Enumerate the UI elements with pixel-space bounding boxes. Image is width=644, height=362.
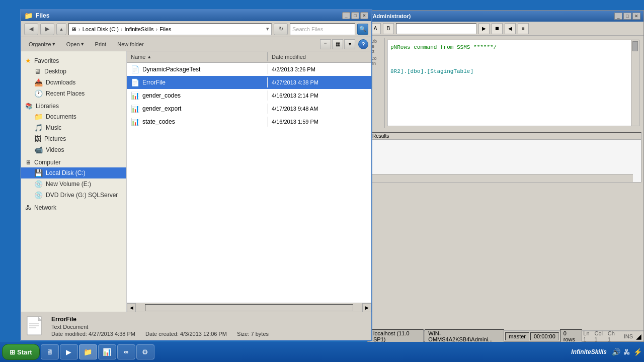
favorites-group[interactable]: ★ Favorites	[21, 55, 126, 66]
view-list-btn[interactable]: ≡	[320, 39, 331, 49]
taskbar-btn-media[interactable]: ▶	[60, 344, 78, 359]
scroll-track[interactable]	[145, 304, 353, 311]
dvd-label: DVD Drive (G:) SQLServer	[46, 192, 118, 199]
ssms-status-time: 00:00:00	[530, 332, 559, 340]
ssms-close-btn[interactable]: ✕	[632, 13, 640, 20]
address-bar[interactable]: 🖥 › Local Disk (C:) › InfiniteSkills › F…	[68, 23, 272, 35]
sidebar-item-recent[interactable]: 🕐 Recent Places	[21, 88, 126, 99]
refresh-btn[interactable]: ↻	[274, 23, 288, 35]
ssms-toolbar-btn-3[interactable]: ▶	[478, 23, 490, 34]
scroll-left-btn[interactable]: ◀	[127, 303, 136, 312]
col-name-sort-icon: ▲	[147, 54, 151, 59]
ssms-statusbar-col: Col 1	[595, 330, 607, 342]
view-dropdown-btn[interactable]: ▾	[344, 39, 355, 49]
sidebar-item-desktop[interactable]: 🖥 Desktop	[21, 66, 126, 77]
ssms-title: (Administrator)	[371, 13, 411, 19]
horizontal-scrollbar[interactable]: ◀ ▶	[127, 303, 371, 312]
sidebar-item-local-disk[interactable]: 💾 Local Disk (C:)	[21, 167, 126, 178]
files-title-icon: 📁	[24, 12, 33, 20]
sidebar-item-downloads[interactable]: 📥 Downloads	[21, 77, 126, 88]
desktop-label: Desktop	[44, 68, 66, 75]
network-group[interactable]: 🖧 Network	[21, 203, 126, 213]
file-cell-name: 📊 gender_codes	[127, 90, 268, 101]
ssms-status-db: master	[505, 332, 529, 340]
taskbar-btn-tools[interactable]: ⚙	[136, 344, 154, 359]
ssms-results-tab[interactable]: Results	[370, 133, 641, 140]
scroll-right-btn[interactable]: ▶	[362, 303, 371, 312]
desktop-icon: 🖥	[34, 67, 41, 75]
libraries-icon: 📚	[25, 103, 33, 110]
search-submit-btn[interactable]: 🔍	[357, 24, 368, 35]
taskbar-btn-computer[interactable]: 🖥	[41, 344, 59, 359]
start-button[interactable]: ⊞ Start	[2, 344, 40, 360]
ssms-sidebar-conn[interactable]: Conn	[371, 56, 383, 66]
back-btn[interactable]: ◀	[24, 23, 38, 35]
libraries-group[interactable]: 📚 Libraries	[21, 101, 126, 111]
sidebar-item-videos[interactable]: 📹 Videos	[21, 144, 126, 155]
ssms-code-area[interactable]: pNRows command from SSMS ******/ 8R2].[d…	[387, 40, 500, 126]
ssms-toolbar-btn-6[interactable]: ≡	[518, 23, 529, 34]
files-window: 📁 Files _ □ ✕ ◀ ▶ ▲ 🖥 › Local Disk (C:) …	[20, 9, 372, 341]
table-row[interactable]: 📊 state_codes 4/16/2013 1:59 PM	[127, 115, 371, 128]
power-icon[interactable]: ⚡	[633, 348, 642, 356]
organize-dropdown-icon: ▾	[52, 41, 55, 47]
favorites-label: Favorites	[34, 57, 59, 64]
ssms-sidebar-obj[interactable]: Object	[371, 39, 383, 54]
files-maximize-btn[interactable]: □	[351, 12, 359, 19]
ssms-win-buttons: _ □ ✕	[614, 13, 640, 20]
ssms-toolbar-btn-5[interactable]: ◀	[505, 23, 516, 34]
ssms-status-bar: localhost (11.0 SP1) WIN-OMMS4A2KSB4\Adm…	[368, 330, 643, 341]
files-menubar: Organize ▾ Open ▾ Print New folder ≡ ▦ ▾…	[21, 37, 371, 51]
address-path-icon: 🖥	[71, 26, 76, 32]
tools-taskbar-icon: ⚙	[142, 348, 148, 356]
up-btn[interactable]: ▲	[56, 23, 66, 35]
file-cell-name: 📊 gender_export	[127, 104, 268, 114]
table-row[interactable]: 📄 DynamicPackageTest 4/2/2013 3:26 PM	[127, 63, 371, 76]
network-tray-icon[interactable]: 🖧	[623, 348, 630, 356]
ssms-toolbar-input[interactable]	[396, 23, 476, 34]
files-minimize-btn[interactable]: _	[342, 12, 350, 19]
col-date-label: Date modified	[272, 54, 306, 60]
table-row[interactable]: 📊 gender_codes 4/16/2013 2:14 PM	[127, 89, 371, 102]
start-label: Start	[17, 348, 32, 356]
help-btn[interactable]: ?	[358, 39, 368, 49]
sidebar-item-dvd-drive[interactable]: 💿 DVD Drive (G:) SQLServer	[21, 190, 126, 201]
sidebar-item-documents[interactable]: 📁 Documents	[21, 111, 126, 122]
ssms-resize-grip[interactable]: ◢	[636, 332, 641, 340]
sidebar-item-new-volume[interactable]: 💿 New Volume (E:)	[21, 178, 126, 190]
col-header-date[interactable]: Date modified	[268, 52, 371, 61]
forward-btn[interactable]: ▶	[40, 23, 54, 35]
view-icons: ≡ ▦ ▾ ?	[320, 39, 368, 49]
file-icon: 📄	[131, 65, 139, 73]
documents-label: Documents	[46, 113, 76, 120]
taskbar-btn-ssms[interactable]: ∞	[117, 344, 135, 359]
computer-section: 🖥 Computer 💾 Local Disk (C:) 💿 New Volum…	[21, 157, 126, 201]
new-folder-btn[interactable]: New folder	[113, 40, 148, 49]
ssms-results-hscroll[interactable]	[370, 174, 633, 182]
ssms-scrollbar-v[interactable]	[631, 40, 639, 126]
organize-label: Organize	[29, 41, 51, 47]
organize-btn[interactable]: Organize ▾	[24, 39, 60, 49]
table-row[interactable]: 📄 ErrorFile 4/27/2013 4:38 PM	[127, 76, 371, 89]
speaker-icon[interactable]: 🔊	[612, 348, 620, 356]
ssms-toolbar-btn-4[interactable]: ⏹	[492, 23, 503, 34]
files-close-btn[interactable]: ✕	[360, 12, 368, 19]
file-list-header: Name ▲ Date modified	[127, 51, 371, 63]
ssms-toolbar-btn-2[interactable]: B	[383, 23, 394, 34]
taskbar-btn-files[interactable]: 📁	[79, 344, 97, 359]
table-row[interactable]: 📊 gender_export 4/17/2013 9:48 AM	[127, 102, 371, 115]
col-header-name[interactable]: Name ▲	[127, 52, 268, 61]
sidebar-item-pictures[interactable]: 🖼 Pictures	[21, 133, 126, 144]
computer-group[interactable]: 🖥 Computer	[21, 157, 126, 167]
ssms-minimize-btn[interactable]: _	[614, 13, 622, 20]
address-dropdown-icon[interactable]: ▾	[266, 26, 269, 32]
view-grid-btn[interactable]: ▦	[332, 39, 343, 49]
sidebar: ★ Favorites 🖥 Desktop 📥 Downloads 🕐 Rece…	[21, 51, 127, 312]
sidebar-item-music[interactable]: 🎵 Music	[21, 122, 126, 133]
taskbar-btn-excel[interactable]: 📊	[98, 344, 116, 359]
ssms-maximize-btn[interactable]: □	[623, 13, 631, 20]
open-btn[interactable]: Open ▾	[62, 39, 89, 49]
status-filename: ErrorFile	[51, 316, 269, 323]
print-btn[interactable]: Print	[91, 40, 111, 49]
file-list: 📄 DynamicPackageTest 4/2/2013 3:26 PM 📄 …	[127, 63, 371, 303]
